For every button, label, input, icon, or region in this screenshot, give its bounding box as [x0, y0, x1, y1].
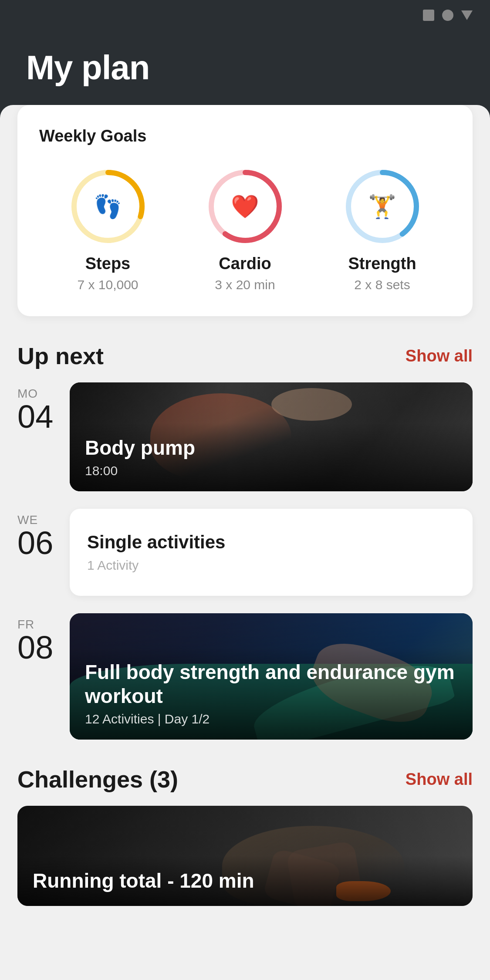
strength-icon: 🏋 [368, 193, 396, 220]
goal-item-steps[interactable]: 👣 Steps 7 x 10,000 [69, 167, 147, 292]
fullbody-overlay: Full body strength and endurance gym wor… [70, 647, 473, 740]
bodypump-overlay: Body pump 18:00 [70, 423, 473, 491]
bodypump-time: 18:00 [85, 463, 457, 478]
goal-item-strength[interactable]: 🏋 Strength 2 x 8 sets [343, 167, 422, 292]
goal-circle-cardio: ❤️ [206, 167, 284, 246]
weekly-goals-title: Weekly Goals [39, 127, 451, 145]
status-icon-triangle [461, 10, 473, 20]
status-icon-square [423, 10, 434, 21]
challenges-title: Challenges (3) [17, 766, 178, 793]
status-icon-circle [442, 10, 453, 21]
date-col-mo04: MO 04 [17, 382, 57, 433]
schedule-item-mo04[interactable]: MO 04 Body pump 18:00 [17, 382, 473, 491]
main-content: Weekly Goals 👣 Steps 7 x 10,000 [0, 105, 490, 923]
up-next-show-all-button[interactable]: Show all [406, 347, 473, 365]
activity-card-fullbody[interactable]: Full body strength and endurance gym wor… [70, 613, 473, 740]
steps-sublabel: 7 x 10,000 [77, 277, 138, 292]
weekly-goals-card: Weekly Goals 👣 Steps 7 x 10,000 [17, 105, 473, 316]
date-num-04: 04 [17, 401, 53, 433]
status-bar [0, 0, 490, 30]
cardio-icon: ❤️ [231, 193, 259, 220]
steps-icon: 👣 [94, 193, 122, 220]
activity-card-bodypump[interactable]: Body pump 18:00 [70, 382, 473, 491]
strength-sublabel: 2 x 8 sets [354, 277, 410, 292]
page-title: My plan [26, 48, 464, 88]
activity-card-single[interactable]: Single activities 1 Activity [70, 509, 473, 596]
goal-item-cardio[interactable]: ❤️ Cardio 3 x 20 min [206, 167, 284, 292]
strength-label: Strength [348, 254, 416, 273]
running-overlay: Running total - 120 min [17, 856, 473, 906]
single-activities-title: Single activities [87, 532, 455, 553]
challenges-header: Challenges (3) Show all [17, 766, 473, 793]
cardio-label: Cardio [219, 254, 271, 273]
bodypump-title: Body pump [85, 436, 457, 460]
schedule-item-fr08[interactable]: FR 08 Full body strength and endurance g… [17, 613, 473, 740]
up-next-header: Up next Show all [17, 342, 473, 369]
goals-row: 👣 Steps 7 x 10,000 ❤️ Cardio 3 x 20 min [39, 167, 451, 292]
up-next-section: Up next Show all MO 04 Body pump 18:00 [17, 342, 473, 740]
goal-circle-steps: 👣 [69, 167, 147, 246]
up-next-title: Up next [17, 342, 104, 369]
challenges-show-all-button[interactable]: Show all [406, 770, 473, 789]
goal-circle-strength: 🏋 [343, 167, 422, 246]
schedule-item-we06[interactable]: WE 06 Single activities 1 Activity [17, 509, 473, 596]
challenges-card-running[interactable]: Running total - 120 min [17, 806, 473, 906]
fullbody-title: Full body strength and endurance gym wor… [85, 660, 457, 708]
cardio-sublabel: 3 x 20 min [215, 277, 275, 292]
running-title: Running total - 120 min [33, 869, 457, 893]
date-num-08: 08 [17, 632, 53, 664]
steps-label: Steps [85, 254, 130, 273]
challenges-section: Challenges (3) Show all Running total - … [17, 766, 473, 906]
date-num-06: 06 [17, 527, 53, 559]
date-col-we06: WE 06 [17, 509, 57, 559]
single-activities-subtitle: 1 Activity [87, 558, 455, 573]
fullbody-subtitle: 12 Activities | Day 1/2 [85, 712, 457, 727]
date-col-fr08: FR 08 [17, 613, 57, 664]
